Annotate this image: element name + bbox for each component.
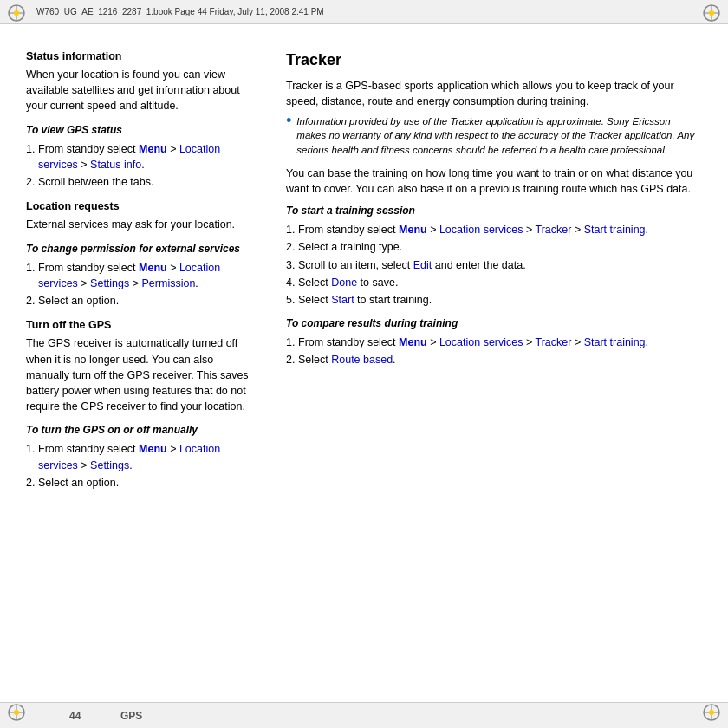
location-link-4: Location services	[439, 224, 523, 236]
note-block: • Information provided by use of the Tra…	[286, 114, 702, 156]
view-gps-status-section: To view GPS status From standby select M…	[26, 123, 251, 191]
start-training-heading: To start a training session	[286, 204, 702, 218]
start-training-step-3: Scroll to an item, select Edit and enter…	[298, 257, 702, 273]
header-text: W760_UG_AE_1216_2287_1.book Page 44 Frid…	[36, 7, 324, 16]
change-permission-heading: To change permission for external servic…	[26, 242, 251, 257]
change-permission-step-2: Select an option.	[38, 293, 251, 309]
start-training-step-1: From standby select Menu > Location serv…	[298, 222, 702, 237]
view-gps-heading: To view GPS status	[26, 123, 251, 138]
compare-results-step-2: Select Route based.	[298, 352, 702, 367]
footer-page-number: 44	[69, 710, 81, 722]
page-container: W760_UG_AE_1216_2287_1.book Page 44 Frid…	[0, 0, 728, 728]
content-area: Status information When your location is…	[0, 24, 728, 702]
menu-anchor-3: Menu	[139, 443, 167, 455]
turn-off-gps-heading: Turn off the GPS	[26, 317, 251, 333]
settings-link-1: Settings	[90, 277, 129, 289]
corner-marker-br	[702, 703, 721, 722]
tracker-intro: Tracker is a GPS-based sports applicatio…	[286, 78, 702, 109]
view-gps-step-2: Scroll between the tabs.	[38, 174, 251, 190]
tracker-link-1: Tracker	[536, 224, 572, 236]
svg-point-7	[709, 10, 714, 16]
turn-gps-steps-list: From standby select Menu > Location serv…	[38, 441, 251, 490]
svg-point-15	[709, 710, 714, 715]
start-training-link-2: Start training	[584, 336, 646, 348]
turn-off-gps-body: The GPS receiver is automatically turned…	[26, 335, 251, 414]
training-body: You can base the training on how long ti…	[286, 166, 702, 197]
svg-point-11	[14, 710, 19, 715]
compare-results-step-1: From standby select Menu > Location serv…	[298, 335, 702, 350]
corner-marker-tl	[7, 3, 26, 23]
header-bar: W760_UG_AE_1216_2287_1.book Page 44 Frid…	[0, 0, 728, 24]
compare-results-steps-list: From standby select Menu > Location serv…	[298, 335, 702, 367]
menu-anchor-5: Menu	[399, 336, 427, 348]
location-requests-body: External services may ask for your locat…	[26, 217, 251, 232]
turn-gps-heading: To turn the GPS on or off manually	[26, 423, 251, 438]
footer-bar: 44 GPS	[0, 702, 728, 728]
start-link: Start	[331, 294, 354, 306]
settings-link-2: Settings	[90, 459, 129, 471]
menu-link-1: Menu	[139, 143, 167, 155]
edit-link: Edit	[413, 259, 432, 271]
menu-anchor-4: Menu	[399, 224, 427, 236]
location-link-3: Location services	[38, 443, 220, 471]
footer-section: GPS	[120, 710, 142, 722]
note-text: Information provided by use of the Track…	[296, 114, 702, 156]
menu-anchor-1: Menu	[139, 143, 167, 155]
turn-gps-step-1: From standby select Menu > Location serv…	[38, 441, 251, 472]
corner-marker-bl	[7, 703, 26, 722]
start-training-step-5: Select Start to start training.	[298, 292, 702, 308]
svg-point-3	[14, 10, 19, 16]
start-training-link-1: Start training	[584, 224, 646, 236]
right-column: Tracker Tracker is a GPS-based sports ap…	[269, 49, 702, 685]
permission-link: Permission	[142, 277, 196, 289]
view-gps-steps-list: From standby select Menu > Location serv…	[38, 141, 251, 190]
tracker-title: Tracker	[286, 49, 702, 71]
done-link: Done	[331, 276, 357, 289]
location-requests-section: Location requests External services may …	[26, 198, 251, 232]
left-column: Status information When your location is…	[26, 49, 251, 685]
turn-gps-section: To turn the GPS on or off manually From …	[26, 423, 251, 491]
status-info-section: Status information When your location is…	[26, 49, 251, 114]
route-based-link: Route based	[331, 354, 393, 366]
status-info-body: When your location is found you can view…	[26, 67, 251, 114]
compare-results-section: To compare results during training From …	[286, 316, 702, 368]
change-permission-section: To change permission for external servic…	[26, 242, 251, 309]
start-training-steps-list: From standby select Menu > Location serv…	[298, 222, 702, 308]
change-permission-step-1: From standby select Menu > Location serv…	[38, 260, 251, 291]
location-requests-heading: Location requests	[26, 198, 251, 214]
location-link-5: Location services	[439, 336, 523, 348]
change-permission-steps-list: From standby select Menu > Location serv…	[38, 260, 251, 309]
view-gps-step-1: From standby select Menu > Location serv…	[38, 141, 251, 172]
start-training-section: To start a training session From standby…	[286, 204, 702, 308]
corner-marker-tr	[702, 3, 721, 23]
tracker-link-2: Tracker	[536, 336, 572, 348]
note-bullet-icon: •	[286, 113, 291, 128]
turn-gps-step-2: Select an option.	[38, 475, 251, 491]
menu-anchor-2: Menu	[139, 262, 167, 274]
turn-off-gps-section: Turn off the GPS The GPS receiver is aut…	[26, 317, 251, 414]
compare-results-heading: To compare results during training	[286, 316, 702, 331]
footer-spacer	[91, 709, 110, 722]
start-training-step-2: Select a training type.	[298, 239, 702, 255]
status-info-link: Status info	[90, 159, 141, 171]
status-info-heading: Status information	[26, 49, 251, 64]
start-training-step-4: Select Done to save.	[298, 275, 702, 290]
